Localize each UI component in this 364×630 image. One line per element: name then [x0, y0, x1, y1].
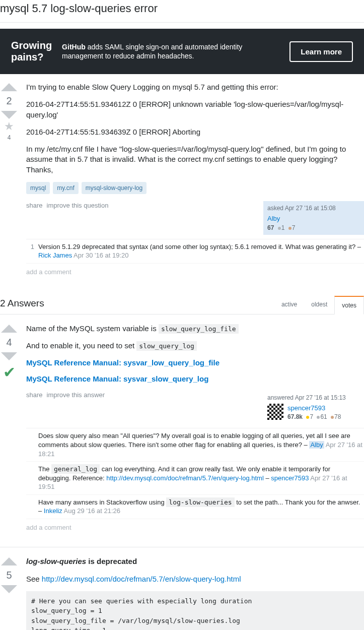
tag[interactable]: my.cnf: [53, 182, 78, 194]
comment-user-link[interactable]: spencer7593: [271, 474, 309, 482]
comment-user-link[interactable]: Inkeliz: [44, 507, 62, 515]
comment-list: Does slow query also mean "All queries"?…: [26, 428, 364, 519]
vote-column: 4 ✔: [0, 324, 18, 536]
comment: 1 Version 5.1.29 deprecated that syntax …: [26, 239, 364, 264]
add-comment-link[interactable]: add a comment: [26, 519, 364, 536]
favorite-count: 4: [8, 134, 11, 141]
vote-count: 2: [6, 95, 12, 107]
question-post: 2 ★ 4 I'm trying to enable Slow Query Lo…: [0, 82, 364, 286]
tab-votes[interactable]: votes: [334, 296, 364, 314]
downvote-button[interactable]: [1, 111, 17, 119]
question-title: mysql 5.7 log-slow-queries error: [0, 0, 364, 22]
answer-post: 5 log-slow-queries is deprecated See htt…: [0, 556, 364, 630]
post-actions: share improve this answer: [26, 391, 105, 400]
ad-cta-button[interactable]: Learn more: [289, 41, 353, 62]
inline-code: slow_query_log_file: [159, 324, 239, 334]
ad-banner[interactable]: Growingpains? GitHub adds SAML single si…: [0, 29, 364, 74]
comment-score: 1: [26, 242, 34, 260]
question-body: I'm trying to enable Slow Query Logging …: [26, 82, 364, 281]
owner-card: asked Apr 27 '16 at 15:08 Alby 67 1 7: [263, 201, 364, 235]
divider: [0, 547, 364, 547]
vote-column: 5: [0, 556, 18, 630]
user-rep: 67 1 7: [267, 224, 295, 232]
user-rep: 67.8k 7 61 78: [287, 413, 341, 421]
tab-active[interactable]: active: [274, 296, 304, 314]
comment-link[interactable]: http://dev.mysql.com/doc/refman/5.7/en/q…: [106, 474, 264, 482]
answers-count: 2 Answers: [0, 298, 44, 314]
improve-link[interactable]: improve this question: [47, 201, 109, 210]
comment-list: 1 Version 5.1.29 deprecated that syntax …: [26, 239, 364, 264]
upvote-button[interactable]: [1, 83, 17, 91]
answered-time: answered Apr 27 '16 at 15:13: [267, 394, 360, 402]
reference-link[interactable]: MySQL Reference Manual: sysvar_slow_quer…: [26, 374, 364, 384]
ad-headline: Growingpains?: [11, 40, 52, 63]
comment-user-link[interactable]: Alby: [309, 441, 324, 449]
upvote-button[interactable]: [1, 325, 17, 333]
downvote-button[interactable]: [1, 585, 17, 593]
share-link[interactable]: share: [26, 391, 43, 400]
code-block: # Here you can see queries with especial…: [26, 591, 364, 630]
asked-time: asked Apr 27 '16 at 15:08: [267, 204, 360, 212]
add-comment-link[interactable]: add a comment: [26, 264, 364, 281]
comment: Have many awnsers in Stackoverflow using…: [26, 495, 364, 519]
vote-column: 2 ★ 4: [0, 82, 18, 281]
tag[interactable]: mysql-slow-query-log: [82, 182, 147, 194]
accepted-check-icon: ✔: [3, 363, 16, 381]
sort-tabs: active oldest votes: [274, 296, 364, 314]
inline-code: slow_query_log: [136, 341, 197, 351]
improve-link[interactable]: improve this answer: [47, 391, 105, 400]
tag-list: mysql my.cnf mysql-slow-query-log: [26, 182, 364, 194]
vote-count: 5: [6, 570, 12, 581]
tag[interactable]: mysql: [26, 182, 50, 194]
comment: Does slow query also mean "All queries"?…: [26, 428, 364, 462]
divider: [0, 22, 364, 23]
reference-link[interactable]: MySQL Reference Manual: sysvar_low_query…: [26, 358, 364, 368]
upvote-button[interactable]: [1, 557, 17, 565]
answer-post: 4 ✔ Name of the MySQL system variable is…: [0, 324, 364, 541]
answerer-card: answered Apr 27 '16 at 15:13 spencer7593…: [263, 391, 364, 424]
vote-count: 4: [6, 337, 12, 348]
share-link[interactable]: share: [26, 201, 43, 210]
user-link[interactable]: spencer7593: [287, 404, 341, 413]
answer-body: Name of the MySQL system variable is slo…: [26, 324, 364, 536]
user-link[interactable]: Alby: [267, 214, 295, 223]
ad-copy: GitHub adds SAML single sign-on and auto…: [62, 42, 279, 60]
comment-time: Apr 30 '16 at 19:20: [74, 251, 128, 259]
comment-user-link[interactable]: Rick James: [38, 251, 72, 259]
downvote-button[interactable]: [1, 352, 17, 360]
favorite-button[interactable]: ★: [4, 121, 14, 132]
comment: The general_log can log everything. And …: [26, 462, 364, 495]
avatar[interactable]: [267, 404, 283, 420]
tab-oldest[interactable]: oldest: [304, 296, 334, 314]
post-actions: share improve this question: [26, 201, 108, 210]
reference-link[interactable]: http://dev.mysql.com/doc/refman/5.7/en/s…: [42, 575, 241, 583]
answer-body: log-slow-queries is deprecated See http:…: [26, 556, 364, 630]
answers-header: 2 Answers active oldest votes: [0, 296, 364, 314]
